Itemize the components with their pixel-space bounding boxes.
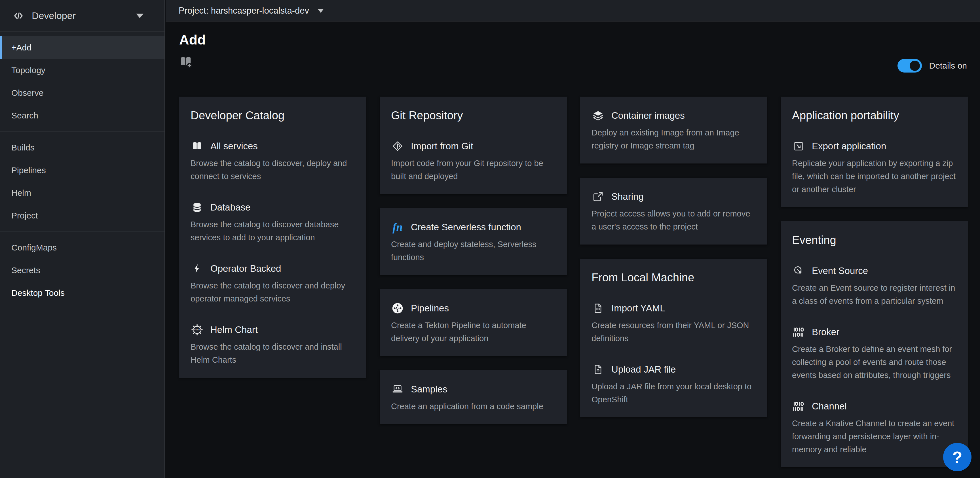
item-title: Channel (812, 401, 847, 412)
card-container-images: Container images Deploy an existing Imag… (580, 97, 767, 164)
sidebar-item-add[interactable]: +Add (0, 36, 164, 59)
book-icon (191, 140, 204, 153)
bolt-icon (191, 262, 204, 275)
item-title: Pipelines (411, 303, 449, 314)
card-title-git-repository: Git Repository (391, 109, 555, 122)
add-item-broker[interactable]: Broker Create a Broker to define an even… (792, 326, 956, 382)
card-pipelines: Pipelines Create a Tekton Pipeline to au… (380, 289, 567, 356)
file-code-icon (592, 302, 605, 315)
item-description: Create an application from a code sample (391, 400, 555, 413)
item-description: Create and deploy stateless, Serverless … (391, 238, 555, 264)
details-toggle-label: Details on (929, 61, 967, 71)
event-source-icon (792, 264, 805, 277)
add-item-sharing[interactable]: Sharing Project access allows you to add… (592, 190, 756, 233)
nav-group-resources: Builds Pipelines Helm Project (0, 132, 164, 232)
item-description: Create an Event source to register inter… (792, 281, 956, 307)
item-description: Deploy an existing Image from an Image r… (592, 126, 756, 152)
item-title: Import YAML (611, 303, 665, 314)
topbar: Project: harshcasper-localsta-dev (165, 0, 980, 22)
channel-icon (792, 400, 805, 413)
item-title: Helm Chart (210, 324, 258, 335)
item-title: Operator Backed (210, 263, 281, 274)
card-sharing: Sharing Project access allows you to add… (580, 178, 767, 245)
sidebar-item-project[interactable]: Project (0, 204, 164, 227)
item-title: Event Source (812, 265, 868, 276)
sidebar-item-search[interactable]: Search (0, 104, 164, 127)
card-from-local-machine: From Local Machine Import YAML Create re… (580, 259, 767, 418)
add-item-import-from-git[interactable]: Import from Git Import code from your Gi… (391, 140, 555, 183)
card-title-application-portability: Application portability (792, 109, 956, 122)
nav-group-config: ConfigMaps Secrets Desktop Tools (0, 232, 164, 309)
grid-column-1: Developer Catalog All services Browse th… (179, 97, 366, 378)
sidebar-item-builds[interactable]: Builds (0, 136, 164, 159)
card-application-portability: Application portability Export applicati… (781, 97, 968, 207)
details-toggle[interactable] (897, 59, 922, 73)
database-icon (191, 201, 204, 214)
item-description: Create a Knative Channel to create an ev… (792, 417, 956, 456)
item-description: Import code from your Git repository to … (391, 157, 555, 183)
helm-icon: HELM (191, 323, 204, 336)
add-item-import-yaml[interactable]: Import YAML Create resources from their … (592, 302, 756, 345)
item-description: Project access allows you to add or remo… (592, 207, 756, 233)
sidebar-item-desktop-tools[interactable]: Desktop Tools (0, 282, 164, 304)
item-description: Create a Broker to define an event mesh … (792, 343, 956, 382)
sidebar-item-helm[interactable]: Helm (0, 182, 164, 204)
sidebar-item-observe[interactable]: Observe (0, 82, 164, 104)
file-upload-icon (592, 363, 605, 376)
page-header: Add Details on (165, 22, 980, 68)
catalog-plus-icon[interactable] (179, 55, 192, 68)
broker-icon (792, 326, 805, 338)
item-description: Browse the catalog to discover database … (191, 218, 355, 244)
perspective-switcher[interactable]: Developer (0, 0, 164, 32)
add-item-operator-backed[interactable]: Operator Backed Browse the catalog to di… (191, 262, 355, 305)
add-item-event-source[interactable]: Event Source Create an Event source to r… (792, 264, 956, 307)
card-git-repository: Git Repository Import from Git Import co (380, 97, 567, 194)
help-button[interactable]: ? (943, 443, 972, 471)
sidebar-item-pipelines[interactable]: Pipelines (0, 159, 164, 182)
item-title: Samples (411, 384, 447, 395)
code-icon (12, 10, 25, 22)
caret-down-icon (318, 9, 324, 13)
item-title: Import from Git (411, 141, 473, 152)
card-samples: Samples Create an application from a cod… (380, 370, 567, 424)
item-title: All services (210, 141, 258, 152)
add-item-database[interactable]: Database Browse the catalog to discover … (191, 201, 355, 244)
project-selector[interactable]: Project: harshcasper-localsta-dev (179, 6, 324, 16)
card-title-developer-catalog: Developer Catalog (191, 109, 355, 122)
add-item-upload-jar-file[interactable]: Upload JAR file Upload a JAR file from y… (592, 363, 756, 406)
item-title: Upload JAR file (611, 364, 676, 375)
samples-laptop-icon (391, 383, 404, 396)
add-item-helm-chart[interactable]: HELM Helm Chart Browse the catalog to di… (191, 323, 355, 366)
sidebar-item-secrets[interactable]: Secrets (0, 259, 164, 282)
add-page: Add Details on Developer Catalog (165, 22, 980, 478)
pipelines-icon (391, 302, 404, 315)
add-item-create-serverless-function[interactable]: fn Create Serverless function Create and… (391, 221, 555, 264)
perspective-label: Developer (32, 10, 76, 21)
sidebar-item-configmaps[interactable]: ConfigMaps (0, 236, 164, 259)
function-icon: fn (391, 221, 404, 234)
grid-column-2: Git Repository Import from Git Import co (380, 97, 567, 424)
sidebar-item-topology[interactable]: Topology (0, 59, 164, 82)
card-title-from-local-machine: From Local Machine (592, 271, 756, 284)
git-icon (391, 140, 404, 153)
page-title: Add (179, 32, 967, 48)
add-item-all-services[interactable]: All services Browse the catalog to disco… (191, 140, 355, 183)
item-title: Broker (812, 327, 839, 337)
item-description: Browse the catalog to discover and insta… (191, 340, 355, 366)
card-title-eventing: Eventing (792, 234, 956, 246)
project-selector-label: Project: harshcasper-localsta-dev (179, 6, 309, 16)
sidebar-nav: +Add Topology Observe Search Builds Pipe… (0, 32, 164, 309)
add-item-samples[interactable]: Samples Create an application from a cod… (391, 383, 555, 413)
add-item-export-application[interactable]: Export application Replicate your applic… (792, 140, 956, 196)
add-item-pipelines[interactable]: Pipelines Create a Tekton Pipeline to au… (391, 302, 555, 345)
item-title: Sharing (611, 191, 644, 202)
item-description: Replicate your application by exporting … (792, 157, 956, 196)
add-item-channel[interactable]: Channel Create a Knative Channel to crea… (792, 400, 956, 456)
item-description: Browse the catalog to discover and deplo… (191, 279, 355, 305)
export-icon (792, 140, 805, 153)
item-description: Upload a JAR file from your local deskto… (592, 380, 756, 406)
card-serverless-function: fn Create Serverless function Create and… (380, 208, 567, 275)
add-item-container-images[interactable]: Container images Deploy an existing Imag… (592, 109, 756, 152)
grid-column-4: Application portability Export applicati… (781, 97, 968, 467)
nav-group-main: +Add Topology Observe Search (0, 32, 164, 132)
